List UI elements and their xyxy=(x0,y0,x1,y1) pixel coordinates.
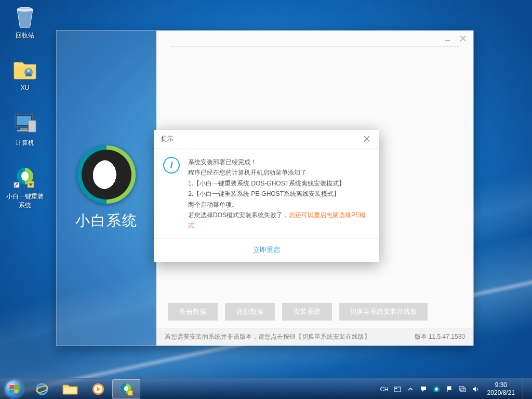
version-label: 版本 11.5.47.1530 xyxy=(415,332,465,341)
app-sidebar: 小白系统 xyxy=(57,31,156,345)
app-brand: 小白系统 xyxy=(75,211,138,231)
info-icon: i xyxy=(163,157,180,174)
desktop-icon-folder-xu[interactable]: XU xyxy=(6,57,44,91)
clock[interactable]: 9:30 2020/8/21 xyxy=(484,381,518,397)
svg-rect-11 xyxy=(445,40,450,41)
tray-chevron-icon[interactable] xyxy=(406,385,415,393)
prompt-dialog: 提示 i 系统安装部署已经完成！ 程序已经在您的计算机开机启动菜单添加了 1.【… xyxy=(154,130,379,262)
switch-online-button[interactable]: 切换至系统安装在线版 xyxy=(339,303,428,321)
folder-icon xyxy=(12,57,37,82)
dialog-line5: 两个启动菜单项。 xyxy=(188,200,370,210)
ime-indicator[interactable]: CH xyxy=(380,386,389,392)
restart-now-button[interactable]: 立即重启 xyxy=(154,238,379,262)
app-shortcut-icon xyxy=(12,165,37,190)
recycle-bin-label: 回收站 xyxy=(6,31,44,40)
svg-rect-5 xyxy=(20,128,28,130)
taskbar-item-xiaobai-app[interactable] xyxy=(112,379,140,399)
svg-rect-21 xyxy=(395,388,397,389)
svg-rect-20 xyxy=(394,387,401,392)
desktop-icon-app[interactable]: 小白一键重装系统 xyxy=(6,165,44,210)
app-titlebar xyxy=(156,31,473,46)
taskbar-item-ie[interactable] xyxy=(28,379,56,399)
windows-logo-icon xyxy=(5,380,23,398)
app-button-row: 备份数据 还原数据 安装系统 切换至系统安装在线版 xyxy=(156,294,473,328)
divider xyxy=(171,46,459,60)
app-logo-icon xyxy=(77,145,136,204)
install-button[interactable]: 安装系统 xyxy=(282,303,332,321)
dialog-line6a: 若您选择DOS模式安装系统失败了， xyxy=(188,211,289,219)
dialog-header: 提示 xyxy=(154,130,379,149)
desktop-icon-recycle-bin[interactable]: 回收站 xyxy=(6,4,44,40)
show-desktop-button[interactable] xyxy=(523,379,528,400)
computer-icon xyxy=(12,112,37,137)
dialog-line2: 程序已经在您的计算机开机启动菜单添加了 xyxy=(188,167,370,178)
system-tray: CH 9:30 2020/8/21 xyxy=(376,379,532,400)
svg-point-23 xyxy=(435,388,437,391)
dialog-close-button[interactable] xyxy=(362,135,372,144)
flag-icon[interactable] xyxy=(445,385,454,393)
action-center-icon[interactable] xyxy=(419,385,428,393)
dialog-line3: 1.【小白一键重装系统 DOS-GHOST系统离线安装模式】 xyxy=(188,178,370,189)
ime-options-icon[interactable] xyxy=(393,385,402,393)
svg-rect-7 xyxy=(29,121,36,132)
tray-app-icon[interactable] xyxy=(432,385,441,393)
folder-xu-label: XU xyxy=(6,84,44,91)
backup-button[interactable]: 备份数据 xyxy=(168,303,218,321)
svg-point-0 xyxy=(17,7,33,11)
svg-point-2 xyxy=(27,69,30,72)
dialog-title: 提示 xyxy=(161,135,174,143)
dialog-line1: 系统安装部署已经完成！ xyxy=(188,157,370,167)
taskbar: CH 9:30 2020/8/21 xyxy=(0,378,532,399)
footer-hint: 若您需要安装的系统并非该版本，请您点击按钮【切换至系统安装在线版】 xyxy=(165,332,370,341)
restore-button[interactable]: 还原数据 xyxy=(225,303,275,321)
svg-rect-14 xyxy=(64,388,76,393)
taskbar-item-explorer[interactable] xyxy=(56,379,84,399)
start-button[interactable] xyxy=(0,379,28,400)
dialog-line4: 2.【小白一键重装系统 PE-GHOST系统离线安装模式】 xyxy=(188,189,370,199)
volume-icon[interactable] xyxy=(471,385,480,393)
taskbar-item-media-player[interactable] xyxy=(84,379,112,399)
svg-rect-19 xyxy=(128,391,132,395)
network-icon[interactable] xyxy=(458,385,467,393)
computer-label: 计算机 xyxy=(6,139,44,148)
recycle-bin-icon xyxy=(12,4,37,29)
svg-point-9 xyxy=(21,171,29,181)
clock-date: 2020/8/21 xyxy=(487,389,515,397)
svg-point-12 xyxy=(37,384,47,394)
app-footer: 若您需要安装的系统并非该版本，请您点击按钮【切换至系统安装在线版】 版本 11.… xyxy=(156,328,473,345)
desktop-icon-computer[interactable]: 计算机 xyxy=(6,112,44,148)
app-shortcut-label: 小白一键重装系统 xyxy=(6,192,44,210)
clock-time: 9:30 xyxy=(487,381,515,389)
dialog-body-text: 系统安装部署已经完成！ 程序已经在您的计算机开机启动菜单添加了 1.【小白一键重… xyxy=(188,157,370,231)
close-button[interactable] xyxy=(458,33,468,44)
minimize-button[interactable] xyxy=(442,33,453,44)
